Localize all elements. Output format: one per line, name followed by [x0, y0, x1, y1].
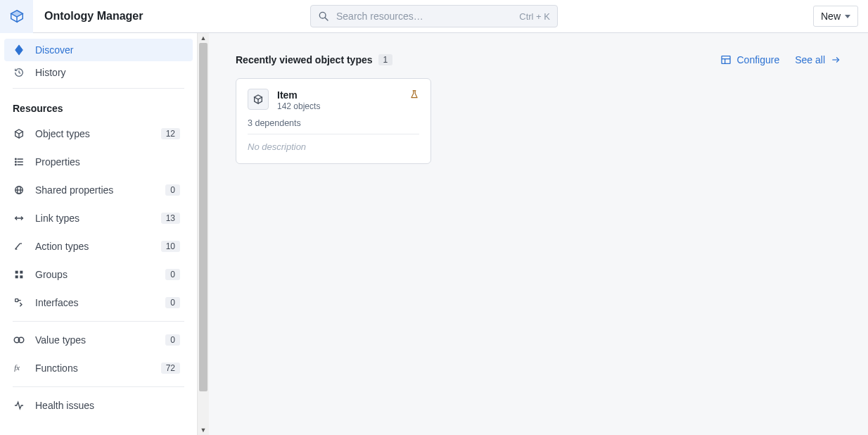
search-input[interactable] — [335, 10, 513, 23]
svg-point-5 — [15, 161, 17, 163]
svg-point-3 — [15, 158, 17, 160]
svg-rect-14 — [15, 275, 18, 278]
sidebar-item-shared-properties[interactable]: Shared properties 0 — [4, 176, 193, 204]
sidebar-divider — [13, 386, 184, 387]
svg-rect-12 — [15, 271, 18, 274]
sidebar-item-count: 0 — [165, 297, 180, 308]
svg-point-7 — [15, 164, 17, 165]
sidebar-item-label: Shared properties — [35, 184, 155, 196]
flask-icon — [409, 89, 419, 100]
sidebar-item-count: 0 — [165, 334, 180, 346]
section-count-badge: 1 — [378, 54, 393, 65]
cube-logo-icon — [9, 8, 25, 24]
scroll-thumb[interactable] — [199, 43, 208, 391]
properties-icon — [13, 156, 25, 168]
sidebar-item-groups[interactable]: Groups 0 — [4, 260, 193, 289]
action-icon — [13, 241, 25, 252]
sidebar-item-count: 10 — [161, 241, 180, 252]
sidebar-nav-history[interactable]: History — [4, 61, 193, 84]
arrow-right-icon — [830, 55, 841, 65]
caret-down-icon — [845, 15, 850, 18]
cube-icon — [13, 128, 25, 139]
interface-icon — [13, 297, 25, 308]
sidebar-item-label: Object types — [35, 128, 151, 139]
sidebar-item-action-types[interactable]: Action types 10 — [4, 232, 193, 260]
scroll-up-icon[interactable]: ▲ — [198, 33, 209, 43]
sidebar-item-count: 72 — [161, 362, 180, 374]
see-all-label: See all — [795, 54, 825, 65]
sidebar-divider — [13, 321, 184, 322]
diamond-icon — [13, 44, 25, 56]
sidebar-nav-discover[interactable]: Discover — [4, 39, 193, 61]
sidebar-divider — [13, 88, 184, 89]
sidebar-item-functions[interactable]: fx Functions 72 — [4, 354, 193, 382]
card-title-block: Item 142 objects — [277, 89, 401, 111]
main-content: Recently viewed object types 1 Configure… — [209, 33, 868, 435]
card-title: Item — [277, 89, 401, 101]
sidebar-nav-label: History — [35, 67, 66, 78]
svg-rect-15 — [20, 275, 23, 278]
sidebar-item-label: Value types — [35, 334, 155, 346]
valuetype-icon — [13, 335, 25, 345]
sidebar-item-value-types[interactable]: Value types 0 — [4, 326, 193, 354]
health-icon — [13, 400, 25, 411]
link-icon — [13, 213, 25, 224]
sidebar: Discover History Resources Object types … — [0, 33, 197, 435]
sidebar-item-object-types[interactable]: Object types 12 — [4, 120, 193, 148]
sidebar-nav-label: Discover — [35, 44, 73, 56]
sidebar-item-label: Health issues — [35, 400, 184, 411]
sidebar-item-health-issues[interactable]: Health issues — [4, 391, 193, 420]
sidebar-item-properties[interactable]: Properties — [4, 148, 193, 176]
card-description: No description — [248, 141, 419, 152]
main-section-header: Recently viewed object types 1 Configure… — [236, 54, 841, 65]
section-title: Recently viewed object types — [236, 54, 373, 65]
card-subtitle: 142 objects — [277, 101, 401, 111]
app-title: Ontology Manager — [44, 10, 143, 23]
sidebar-item-label: Action types — [35, 241, 151, 252]
sidebar-item-label: Functions — [35, 362, 151, 374]
groups-icon — [13, 269, 25, 280]
sidebar-item-label: Groups — [35, 269, 155, 280]
sidebar-section-resources: Resources — [0, 93, 197, 120]
sidebar-item-link-types[interactable]: Link types 13 — [4, 204, 193, 232]
svg-rect-20 — [722, 56, 730, 64]
svg-rect-16 — [15, 299, 18, 302]
sidebar-item-interfaces[interactable]: Interfaces 0 — [4, 289, 193, 317]
app-header: Ontology Manager Ctrl + K New — [0, 0, 868, 33]
card-icon-box — [248, 89, 269, 110]
history-icon — [13, 67, 25, 78]
sidebar-item-count: 12 — [161, 128, 180, 139]
object-type-card[interactable]: Item 142 objects 3 dependents No descrip… — [236, 78, 431, 164]
svg-text:fx: fx — [14, 364, 20, 372]
new-button[interactable]: New — [813, 6, 858, 27]
sidebar-item-count: 0 — [165, 269, 180, 280]
sidebar-item-label: Properties — [35, 156, 184, 168]
cube-icon — [253, 94, 264, 105]
sidebar-item-count: 13 — [161, 213, 180, 224]
function-icon: fx — [13, 362, 25, 374]
new-button-label: New — [821, 11, 841, 22]
search-shortcut: Ctrl + K — [519, 11, 550, 22]
svg-marker-2 — [15, 45, 23, 55]
app-logo-box — [0, 0, 33, 33]
layout-icon — [720, 54, 732, 65]
search-icon — [318, 11, 329, 22]
configure-link[interactable]: Configure — [720, 54, 779, 65]
search-box[interactable]: Ctrl + K — [310, 5, 558, 27]
sidebar-item-label: Interfaces — [35, 297, 155, 308]
svg-line-1 — [325, 18, 328, 20]
svg-rect-13 — [20, 271, 23, 274]
brand: Ontology Manager — [0, 0, 143, 32]
card-dependents: 3 dependents — [248, 118, 419, 134]
sidebar-item-label: Link types — [35, 213, 151, 224]
sidebar-scrollbar[interactable]: ▲ ▼ — [197, 33, 209, 435]
scroll-down-icon[interactable]: ▼ — [198, 425, 209, 435]
sidebar-item-count: 0 — [165, 184, 180, 196]
globe-icon — [13, 184, 25, 196]
see-all-link[interactable]: See all — [795, 54, 841, 65]
configure-label: Configure — [736, 54, 779, 65]
